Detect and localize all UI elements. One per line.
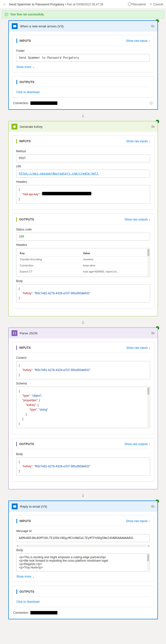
step-header[interactable]: Parse JSON 0s	[9, 328, 158, 338]
click-to-download-link[interactable]: Click to download	[17, 90, 39, 94]
status-label: Status code	[16, 228, 150, 231]
step-email-trigger: ✓ When a new email arrives (V3) 0s INPUT…	[8, 20, 158, 110]
outlook-icon	[12, 504, 18, 509]
show-more-button[interactable]: Show more⌄	[17, 65, 35, 69]
status-field[interactable]: 200	[16, 233, 150, 241]
step-title: Reply to email (V3)	[20, 505, 151, 508]
show-raw-inputs-link[interactable]: Show raw inputs›	[126, 346, 150, 350]
uri-field[interactable]: https://api.passwordpurgatory.com/create…	[16, 170, 150, 178]
connection-label: Connection:	[13, 102, 29, 105]
inputs-box: INPUTS Show raw inputs› Message Id AAMkA…	[12, 515, 154, 582]
refresh-icon	[128, 2, 131, 6]
inputs-title: INPUTS	[20, 519, 31, 523]
step-header[interactable]: When a new email arrives (V3) 0s	[9, 21, 157, 32]
schema-label: Schema	[16, 382, 150, 385]
body-label: Body	[16, 279, 150, 283]
step-parse-json: ✓ Parse JSON 0s INPUTS Show raw inputs› …	[8, 328, 158, 489]
info-icon[interactable]: ⊘	[149, 102, 153, 105]
svg-rect-2	[13, 506, 16, 508]
svg-rect-0	[13, 25, 16, 27]
show-raw-inputs-link[interactable]: Show raw inputs›	[126, 139, 150, 143]
folder-field[interactable]: Send Spammer to Password Purgatory	[17, 54, 150, 62]
chevron-right-icon: ›	[149, 519, 150, 523]
outlook-icon	[12, 23, 18, 29]
outputs-title: OUTPUTS	[19, 442, 34, 446]
success-banner: ✓ Your flow ran successfully.	[2, 10, 164, 18]
arrow-down-icon: ↓	[7, 319, 159, 325]
check-circle-icon: ✓	[5, 13, 8, 16]
connection-label: Connection:	[13, 611, 29, 614]
inputs-title: INPUTS	[19, 140, 31, 143]
close-icon: ✕	[149, 2, 152, 6]
step-title: Parse JSON	[20, 332, 151, 335]
show-more-button[interactable]: Show more⌄	[17, 575, 35, 578]
show-raw-inputs-link[interactable]: Show raw inputs›	[126, 39, 150, 43]
flow-title: Send Spammer to Password Purgatory • Ran…	[9, 2, 103, 6]
chevron-down-icon: ⌄	[32, 65, 35, 69]
show-raw-outputs-link[interactable]: Show raw outputs›	[124, 218, 150, 222]
chevron-right-icon: ›	[149, 139, 150, 143]
chevron-right-icon: ›	[149, 39, 150, 43]
content-field[interactable]: { "kvKey": "f63c7e81-b27b-4328-a707-5f0c…	[16, 361, 150, 379]
headers-label: Headers	[16, 180, 150, 184]
chevron-right-icon: ›	[149, 442, 150, 446]
connection-row: Connection: ⊘	[12, 102, 154, 106]
outputs-title: OUTPUTS	[20, 590, 35, 594]
chevron-down-icon: ⌄	[32, 575, 35, 578]
method-label: Method	[16, 150, 150, 153]
show-raw-outputs-link[interactable]: Show raw outputs›	[124, 442, 150, 446]
outputs-title: OUTPUTS	[19, 218, 34, 221]
outputs-title: OUTPUTS	[20, 80, 35, 84]
duration-label: 0s	[151, 24, 154, 28]
outputs-box: OUTPUTS Show raw outputs› Status code 20…	[12, 214, 154, 309]
uri-label: URI	[16, 165, 150, 168]
inputs-title: INPUTS	[20, 39, 31, 42]
inputs-box: INPUTS Show raw inputs› Method POST URI …	[12, 136, 154, 210]
duration-label: 0s	[151, 125, 155, 128]
arrow-down-icon: ↓	[7, 492, 159, 498]
json-icon	[12, 330, 17, 336]
body-field[interactable]: <p>This is exciting and might empower a …	[17, 553, 150, 572]
duration-label: 0s	[151, 332, 155, 335]
inputs-box: INPUTS Show raw inputs› Content { "kvKey…	[12, 342, 154, 434]
click-to-download-link[interactable]: Click to download	[17, 600, 39, 604]
http-icon	[12, 124, 17, 130]
show-raw-inputs-link[interactable]: Show raw inputs›	[126, 519, 150, 523]
duration-label: 0s	[151, 505, 154, 508]
banner-text: Your flow ran successfully.	[10, 13, 44, 16]
out-headers-label: Headers	[16, 243, 150, 246]
headers-table[interactable]: KeyValue Transfer-Encodingchunked Connec…	[16, 248, 150, 277]
message-id-field[interactable]: AAMkADE4NzA5MTU0LTE1ODktNDgzMC1hNWIwLTEy…	[17, 534, 150, 547]
arrow-down-icon: ↓	[7, 112, 159, 118]
folder-label: Folder	[17, 49, 150, 52]
connection-row: Connection:	[12, 611, 154, 616]
resubmit-button[interactable]: Resubmit	[128, 2, 146, 6]
step-title: Generate kvKey	[20, 125, 151, 128]
redacted-connection	[30, 102, 57, 105]
redacted-connection	[30, 611, 57, 614]
step-header[interactable]: Reply to email (V3) 0s	[9, 501, 157, 512]
content-label: Content	[16, 356, 150, 360]
body-label: Body	[17, 548, 150, 552]
outputs-box: OUTPUTS Click to download	[12, 76, 154, 98]
message-id-label: Message Id	[17, 530, 150, 533]
chevron-right-icon: ›	[149, 218, 150, 222]
headers-field[interactable]: { "hell-api-key": "" }	[16, 185, 150, 204]
outputs-box: OUTPUTS Show raw outputs› Body { "kvKey"…	[12, 438, 154, 482]
topbar: ← Send Spammer to Password Purgatory • R…	[0, 0, 166, 8]
back-arrow-icon[interactable]: ←	[3, 2, 7, 6]
step-reply-email: ✓ Reply to email (V3) 0s INPUTS Show raw…	[8, 500, 158, 619]
svg-point-1	[13, 126, 16, 128]
body-field[interactable]: { "kvKey": "f63c7e81-b27b-4328-a707-5f0c…	[16, 457, 150, 476]
cancel-button[interactable]: ✕Cancel	[149, 2, 163, 6]
body-label: Body	[16, 452, 150, 456]
chevron-right-icon: ›	[149, 346, 150, 350]
step-header[interactable]: Generate kvKey 0s	[9, 121, 158, 132]
inputs-title: INPUTS	[19, 346, 31, 350]
step-generate-kvkey: ✓ Generate kvKey 0s INPUTS Show raw inpu…	[8, 121, 158, 316]
method-field[interactable]: POST	[16, 154, 150, 162]
outputs-box: OUTPUTS Click to download	[12, 586, 154, 607]
body-field[interactable]: { "kvKey": "f63c7e81-b27b-4328-a707-5f0c…	[16, 284, 150, 302]
step-title: When a new email arrives (V3)	[20, 24, 151, 28]
schema-field[interactable]: { "type": "object", "properties": { "kvK…	[16, 387, 150, 428]
